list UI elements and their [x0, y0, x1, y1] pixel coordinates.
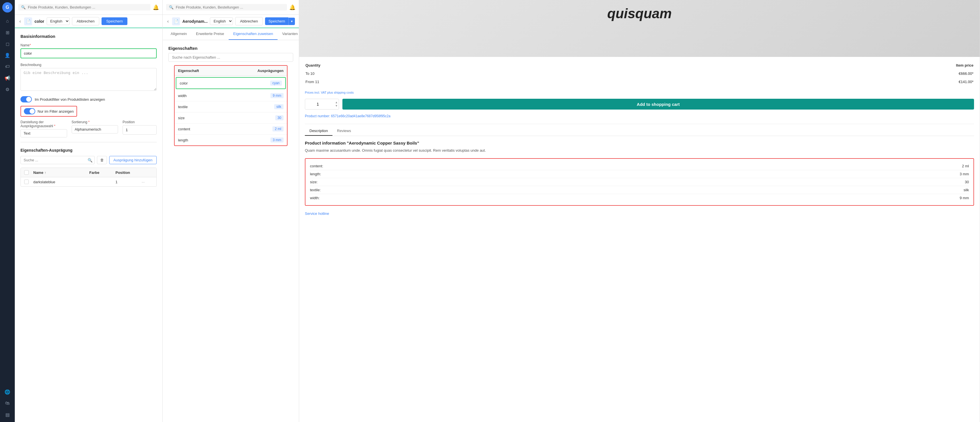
price-item-header: Item price — [614, 63, 974, 69]
product-preview-image: quisquam — [299, 0, 980, 57]
service-hotline-link[interactable]: Service hotline — [305, 212, 974, 216]
panel2-back-button[interactable]: ‹ — [166, 18, 170, 25]
tab-erweiterte-preise[interactable]: Erweiterte Preise — [191, 28, 229, 40]
sidebar-icon-user[interactable]: 👤 — [2, 50, 13, 61]
panel2-notification-bell-icon[interactable]: 🔔 — [289, 4, 296, 11]
panel1-back-button[interactable]: ‹ — [18, 18, 22, 25]
prop-val-length: 3 mm — [270, 137, 283, 143]
toggle1-switch[interactable] — [21, 96, 32, 102]
panel1-save-button[interactable]: Speichern — [102, 18, 127, 25]
sort-name-icon[interactable]: ↑ — [45, 171, 46, 175]
sidebar-icon-tag[interactable]: 🏷 — [2, 62, 13, 72]
qty-up-arrow[interactable]: ▲ — [335, 101, 338, 104]
header-name: Name ↑ — [33, 170, 86, 175]
eigen-row-textile: textile silk — [175, 101, 287, 112]
panel2-search-input[interactable] — [176, 5, 284, 10]
tab-eigenschaften-zuweisen[interactable]: Eigenschaften zuweisen — [229, 28, 278, 40]
qty-down-arrow[interactable]: ▼ — [335, 104, 338, 107]
sidebar-icon-settings[interactable]: ⚙ — [2, 84, 13, 94]
sortierung-select[interactable]: Alphanumerisch Numerisch — [72, 125, 118, 134]
price-note[interactable]: Prices incl. VAT plus shipping costs — [305, 91, 974, 94]
price-qty-2: From 11 — [305, 78, 614, 86]
eigen-row-size: size 30 — [175, 112, 287, 124]
eigenschaften-auspragung-section: Eigenschaften-Ausprägung 🔍 🗑 Ausprägung … — [21, 142, 157, 187]
app-logo[interactable]: G — [2, 2, 13, 13]
desc-tab-description[interactable]: Description — [305, 126, 332, 136]
panel2-tabs: Allgemein Erweiterte Preise Eigenschafte… — [163, 28, 299, 40]
panel1-cancel-button[interactable]: Abbrechen — [72, 17, 100, 25]
prop-val-color: cyan — [270, 81, 282, 86]
panels-container: 🔍 🔔 ‹ 📄 color English Abbrechen Speicher… — [15, 0, 980, 422]
eigen-header-auspragungen: Ausprägungen — [250, 68, 283, 73]
delete-icon-button[interactable]: 🗑 — [97, 156, 107, 164]
position-input[interactable] — [123, 125, 157, 135]
toggle2-label: Nur im Filter anzeigen — [38, 109, 74, 113]
quantity-input[interactable] — [305, 99, 339, 110]
quantity-arrows: ▲ ▼ — [335, 99, 338, 110]
prop-name-length: length — [178, 138, 270, 142]
price-val-1: €666.00* — [614, 70, 974, 77]
panel2-search-box[interactable]: 🔍 — [166, 4, 287, 11]
prop-name-width: width — [178, 94, 270, 98]
desc-tab-reviews[interactable]: Reviews — [332, 126, 355, 136]
sidebar: G ⌂ ⊞ ◻ 👤 🏷 📢 ⚙ 🌐 🛍 ▤ — [0, 0, 15, 422]
panel2-language-select[interactable]: English — [210, 18, 233, 25]
spec-key-textile: textile: — [310, 188, 964, 192]
spec-key-width: width: — [310, 196, 960, 200]
notification-bell-icon[interactable]: 🔔 — [153, 4, 159, 11]
panel2-cancel-button[interactable]: Abbrechen — [235, 17, 263, 25]
panel2-page-icon: 📄 — [172, 18, 180, 25]
sidebar-icon-home[interactable]: ⌂ — [2, 16, 13, 26]
sidebar-icon-box[interactable]: ◻ — [2, 39, 13, 49]
panel1-language-select[interactable]: English — [47, 18, 70, 25]
row-name: darkslateblue — [33, 180, 86, 184]
price-table: Quantity Item price To 10 €666.00* From … — [305, 63, 974, 86]
quantity-input-wrap: ▲ ▼ — [305, 99, 339, 110]
sidebar-icon-megaphone[interactable]: 📢 — [2, 73, 13, 83]
sidebar-icon-grid[interactable]: ⊞ — [2, 27, 13, 38]
panel-product-properties: 🔍 🔔 ‹ 📄 Aerodynam... English Abbrechen S… — [163, 0, 299, 422]
eigen-row-content: content 2 ml — [175, 124, 287, 135]
panel2-save-button[interactable]: Speichern — [265, 18, 289, 25]
eigenschaften-title: Eigenschaften — [169, 46, 293, 53]
spec-row-width: width: 9 mm — [310, 194, 969, 202]
panel1-search-input[interactable] — [28, 5, 148, 10]
row-checkbox[interactable] — [24, 180, 29, 184]
prop-val-content: 2 ml — [272, 126, 283, 131]
price-row-2: From 11 €141.00* — [305, 78, 974, 86]
tab-allgemein[interactable]: Allgemein — [166, 28, 191, 40]
name-field-group: Name* — [21, 43, 157, 58]
price-qty-header: Quantity — [305, 63, 614, 69]
toggle2-switch[interactable] — [24, 108, 35, 115]
prop-name-content: content — [178, 127, 272, 131]
row-check — [24, 180, 30, 184]
darstellung-col: Darstellung der Ausprägungsauswahl * Tex… — [21, 120, 67, 137]
spec-val-size: 30 — [965, 180, 969, 184]
sidebar-icon-globe[interactable]: 🌐 — [2, 387, 13, 397]
select-all-checkbox[interactable] — [24, 170, 29, 175]
auspragung-table: Name ↑ Farbe Position darkslateblue — [21, 167, 157, 187]
add-auspragung-button[interactable]: Ausprägung hinzufügen — [109, 156, 157, 164]
spec-row-textile: textile: silk — [310, 186, 969, 194]
darstellung-label: Darstellung der Ausprägungsauswahl * — [21, 120, 67, 128]
darstellung-select[interactable]: Text Farbe Bild — [21, 129, 67, 137]
panel1-search-box[interactable]: 🔍 — [18, 4, 150, 11]
spec-key-length: length: — [310, 172, 960, 176]
eigenschaften-search-input[interactable] — [169, 53, 293, 62]
auspragung-search-input[interactable] — [21, 156, 95, 164]
sidebar-icon-bag[interactable]: 🛍 — [2, 398, 13, 408]
description-textarea[interactable] — [21, 68, 157, 91]
row-actions-icon[interactable]: ··· — [142, 180, 153, 184]
product-info-title: Product information "Aerodynamic Copper … — [305, 140, 974, 145]
name-input[interactable] — [21, 48, 157, 58]
tab-varianten[interactable]: Varianten — [278, 28, 302, 40]
panel1-page-icon: 📄 — [24, 18, 32, 25]
sidebar-icon-table[interactable]: ▤ — [2, 409, 13, 420]
add-to-cart-button[interactable]: Add to shopping cart — [342, 99, 974, 110]
product-preview-title: quisquam — [607, 6, 672, 21]
prop-name-color: color — [180, 81, 270, 85]
position-label: Position — [123, 120, 157, 124]
toggle1-label: Im Produktfilter von Produktlisten anzei… — [35, 97, 105, 102]
panel2-save-arrow-button[interactable]: ▾ — [288, 18, 295, 25]
toggle2-outlined: Nur im Filter anzeigen — [21, 106, 77, 117]
